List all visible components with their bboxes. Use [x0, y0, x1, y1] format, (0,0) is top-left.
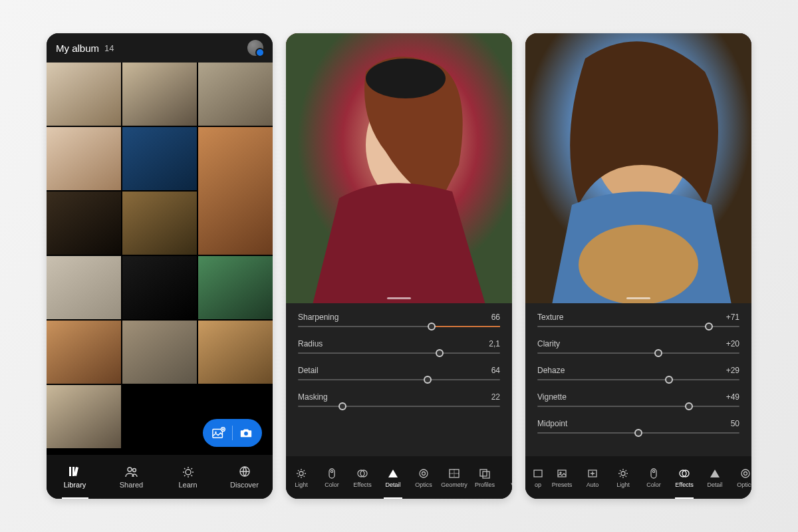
- slider-knob[interactable]: [436, 349, 444, 357]
- photo-preview[interactable]: [286, 33, 512, 303]
- slider-label: Dehaze: [537, 366, 565, 375]
- slider-knob[interactable]: [428, 323, 436, 331]
- slider-clarity[interactable]: Clarity +20: [537, 339, 739, 354]
- slider-track[interactable]: [298, 326, 500, 327]
- slider-knob[interactable]: [685, 402, 693, 410]
- panel-drag-handle[interactable]: [387, 297, 411, 299]
- edit-tools-bar: LightColorEffectsDetailOpticsGeometryPro…: [286, 456, 512, 499]
- thumbnail[interactable]: [47, 321, 121, 384]
- add-photo-fab[interactable]: [203, 419, 262, 447]
- thumbnail[interactable]: [122, 63, 197, 126]
- svg-point-4: [128, 467, 132, 471]
- slider-vignette[interactable]: Vignette +49: [537, 392, 739, 407]
- discover-icon: [237, 465, 252, 478]
- effects-icon: [678, 467, 691, 479]
- tool-label: Optics: [415, 481, 432, 488]
- slider-knob[interactable]: [654, 349, 662, 357]
- tool-effects[interactable]: Effects: [347, 456, 378, 499]
- nav-discover[interactable]: Discover: [216, 455, 273, 499]
- tool-label: Detail: [707, 481, 722, 488]
- tool-geometry[interactable]: Geometry: [439, 456, 469, 499]
- thumbnail[interactable]: [47, 385, 121, 448]
- slider-track[interactable]: [537, 432, 739, 434]
- svg-point-3: [244, 432, 248, 436]
- thumbnail[interactable]: [122, 321, 197, 384]
- slider-track[interactable]: [537, 379, 739, 380]
- thumbnail[interactable]: [47, 127, 121, 190]
- photo-preview[interactable]: [525, 33, 751, 303]
- thumbnail[interactable]: [198, 256, 273, 319]
- tool-auto[interactable]: Auto: [577, 456, 608, 499]
- thumbnail[interactable]: [198, 127, 273, 255]
- tool-color[interactable]: Color: [638, 456, 669, 499]
- slider-knob[interactable]: [665, 376, 673, 384]
- slider-knob[interactable]: [634, 429, 642, 437]
- svg-point-30: [652, 470, 654, 472]
- panel-drag-handle[interactable]: [626, 297, 650, 299]
- tool-presets[interactable]: Presets: [547, 456, 577, 499]
- tool-light[interactable]: Light: [608, 456, 638, 499]
- slider-texture[interactable]: Texture +71: [537, 313, 739, 327]
- svg-point-34: [744, 471, 747, 475]
- slider-knob[interactable]: [338, 402, 346, 410]
- thumbnail[interactable]: [122, 127, 197, 190]
- album-title: My album: [56, 43, 99, 54]
- thumbnail[interactable]: [47, 63, 121, 126]
- thumbnail[interactable]: [198, 63, 273, 126]
- slider-dehaze[interactable]: Dehaze +29: [537, 366, 739, 380]
- tool-ver[interactable]: Ver: [500, 456, 512, 499]
- thumbnail[interactable]: [47, 256, 121, 319]
- tool-label: Color: [325, 481, 339, 488]
- slider-knob[interactable]: [705, 323, 713, 331]
- slider-knob[interactable]: [424, 376, 432, 384]
- detail-icon: [386, 467, 400, 479]
- nav-shared[interactable]: Shared: [103, 455, 160, 499]
- tool-label: Light: [295, 481, 308, 488]
- slider-label: Midpoint: [537, 419, 567, 428]
- slider-detail[interactable]: Detail 64: [298, 366, 500, 380]
- tool-cropped[interactable]: op: [525, 456, 547, 499]
- tool-detail[interactable]: Detail: [700, 456, 730, 499]
- slider-track[interactable]: [298, 352, 500, 354]
- tool-effects[interactable]: Effects: [669, 456, 700, 499]
- shared-icon: [124, 465, 139, 478]
- slider-label: Sharpening: [298, 313, 338, 322]
- tool-color[interactable]: Color: [317, 456, 347, 499]
- tool-profiles[interactable]: Profiles: [469, 456, 500, 499]
- svg-point-33: [741, 469, 749, 477]
- slider-value: 22: [491, 392, 500, 402]
- fab-divider: [232, 426, 233, 440]
- edit-tools-bar: opPresetsAutoLightColorEffectsDetailOpti…: [525, 456, 751, 499]
- thumbnail[interactable]: [47, 192, 121, 255]
- slider-track[interactable]: [537, 406, 739, 407]
- thumbnail[interactable]: [122, 256, 197, 319]
- library-icon: [68, 465, 82, 478]
- photo-grid[interactable]: [47, 63, 273, 455]
- slider-track[interactable]: [298, 406, 500, 407]
- slider-masking[interactable]: Masking 22: [298, 392, 500, 407]
- color-icon: [325, 467, 338, 479]
- tool-detail[interactable]: Detail: [378, 456, 408, 499]
- tool-optics[interactable]: Optics: [730, 456, 751, 499]
- slider-track[interactable]: [298, 379, 500, 380]
- tool-optics[interactable]: Optics: [408, 456, 439, 499]
- account-avatar[interactable]: [247, 40, 263, 56]
- nav-library[interactable]: Library: [47, 455, 103, 499]
- nav-label: Discover: [230, 481, 259, 489]
- tool-label: Optics: [737, 481, 751, 488]
- slider-track[interactable]: [537, 326, 739, 327]
- slider-value: +29: [726, 366, 739, 375]
- slider-radius[interactable]: Radius 2,1: [298, 339, 500, 354]
- nav-label: Learn: [178, 481, 197, 489]
- slider-track[interactable]: [537, 352, 739, 354]
- edit-detail-screen: Sharpening 66 Radius 2,1 Detail 64: [286, 33, 512, 499]
- thumbnail[interactable]: [122, 192, 197, 255]
- svg-point-13: [331, 470, 332, 472]
- slider-label: Vignette: [537, 392, 567, 402]
- thumbnail[interactable]: [198, 321, 273, 384]
- tool-light[interactable]: Light: [286, 456, 317, 499]
- slider-midpoint[interactable]: Midpoint 50: [537, 419, 739, 434]
- tool-label: op: [535, 481, 541, 488]
- nav-learn[interactable]: Learn: [160, 455, 216, 499]
- slider-sharpening[interactable]: Sharpening 66: [298, 313, 500, 327]
